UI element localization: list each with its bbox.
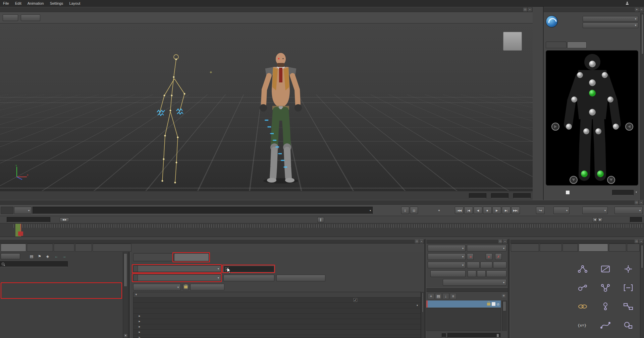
property-group-row[interactable]: ►: [133, 314, 421, 319]
viewport-3d[interactable]: + Y X: [0, 23, 533, 191]
key-type-dropdown[interactable]: [467, 245, 506, 252]
dropdown-icon[interactable]: ▾: [417, 304, 418, 307]
zero-button[interactable]: [467, 262, 480, 268]
asset-item[interactable]: [594, 320, 617, 338]
editor-button[interactable]: [190, 284, 224, 290]
forward-icon[interactable]: [61, 253, 68, 259]
range-left-icon[interactable]: [592, 217, 597, 222]
timeline-slider-thumb[interactable]: [317, 217, 324, 222]
panel-close-icon[interactable]: ×: [503, 240, 507, 243]
add-layer-icon[interactable]: [428, 293, 434, 299]
ik-button[interactable]: [477, 270, 486, 277]
clip-name-field[interactable]: ▾: [33, 207, 373, 214]
asset-item[interactable]: [594, 263, 617, 282]
tab-pose-controls[interactable]: [511, 244, 539, 252]
story-mode-button[interactable]: [1, 207, 13, 214]
menu-item[interactable]: Animation: [24, 0, 47, 7]
range-right-icon[interactable]: [598, 217, 603, 222]
tab-sets[interactable]: [627, 244, 640, 252]
tab-definition[interactable]: [546, 42, 567, 48]
play-button[interactable]: [492, 207, 501, 214]
scroll-down-icon[interactable]: ▼: [123, 333, 128, 338]
resources-scrollbar[interactable]: [640, 244, 644, 338]
property-group-row[interactable]: ►: [133, 330, 421, 335]
stop-button[interactable]: [483, 207, 492, 214]
layer-mute-icon[interactable]: [497, 302, 499, 306]
asset-item[interactable]: [571, 263, 594, 282]
asset-item[interactable]: [617, 301, 640, 320]
active-source-checkbox[interactable]: [354, 298, 357, 302]
loop-mode-icon[interactable]: [536, 207, 545, 214]
panel-close-icon[interactable]: ×: [639, 201, 643, 204]
ik-chevron-icon[interactable]: ▾: [636, 191, 637, 194]
tab-story[interactable]: [75, 244, 92, 252]
property-row[interactable]: [133, 297, 421, 303]
expand-icon[interactable]: ►: [138, 325, 142, 328]
y-value-field[interactable]: [491, 193, 508, 198]
panel-splitter[interactable]: [508, 239, 510, 338]
tab-filters[interactable]: [562, 244, 578, 252]
character-dropdown[interactable]: [583, 16, 638, 22]
ik-blend-value-field[interactable]: [612, 190, 634, 195]
layer-lock-icon[interactable]: [487, 303, 490, 306]
playback-speed-dropdown[interactable]: [553, 207, 570, 214]
source-dropdown[interactable]: [583, 22, 638, 28]
character-panel-scrollbar[interactable]: [640, 13, 644, 200]
navigator-tree-scrollbar[interactable]: ▼: [123, 252, 128, 338]
layers-close-icon[interactable]: ⊠: [502, 294, 505, 297]
expand-icon[interactable]: ►: [138, 320, 142, 323]
flat-button[interactable]: [480, 262, 492, 268]
character-body-map[interactable]: [546, 50, 638, 186]
lock-icon[interactable]: [44, 253, 51, 259]
asset-item-selected[interactable]: [594, 301, 617, 320]
disc-button[interactable]: [493, 262, 506, 268]
prev-key-icon[interactable]: [467, 253, 474, 260]
property-header-row[interactable]: ▼: [133, 292, 421, 297]
menu-item[interactable]: Layout: [66, 0, 83, 7]
goto-end-button[interactable]: [511, 207, 520, 214]
fps-dropdown[interactable]: [582, 207, 608, 214]
collapse-icon[interactable]: ▼: [135, 293, 138, 296]
property-group-row[interactable]: ►: [133, 324, 421, 330]
panel-close-icon[interactable]: ×: [528, 8, 532, 11]
start-frame-field[interactable]: [7, 217, 50, 222]
display-single-icon[interactable]: [401, 207, 409, 214]
sync-all-button[interactable]: [486, 270, 506, 277]
asset-item[interactable]: [594, 282, 617, 301]
tab-groups[interactable]: [609, 244, 626, 252]
property-filter-dropdown[interactable]: [133, 284, 181, 290]
record-icon[interactable]: [438, 208, 440, 212]
asset-item[interactable]: [571, 282, 594, 301]
menu-item[interactable]: Edit: [12, 0, 24, 7]
next-frame-button[interactable]: [502, 207, 511, 214]
tab-properties[interactable]: [540, 244, 562, 252]
view-button[interactable]: [3, 14, 18, 21]
plot-character-button[interactable]: [223, 275, 274, 281]
snap-dropdown[interactable]: [614, 207, 643, 214]
ref-dropdown[interactable]: [443, 279, 506, 286]
expand-icon[interactable]: ►: [138, 336, 142, 338]
panel-float-icon[interactable]: ⊡: [635, 240, 638, 243]
asset-item[interactable]: [617, 282, 640, 301]
weight-mini-box[interactable]: [442, 333, 446, 337]
skeleton-rig[interactable]: [151, 49, 198, 189]
layer-list-icon[interactable]: [435, 293, 442, 299]
asset-item[interactable]: [617, 263, 640, 282]
view-cube[interactable]: [503, 32, 522, 51]
next-key-icon[interactable]: [486, 253, 492, 260]
prev-frame-button[interactable]: [474, 207, 482, 214]
move-keys-button[interactable]: [430, 270, 466, 277]
reset-all-properties-button[interactable]: [276, 275, 325, 281]
expand-icon[interactable]: ►: [138, 331, 142, 334]
timeline-ruler[interactable]: [0, 223, 644, 237]
property-group-row[interactable]: ►: [133, 335, 421, 338]
fk-button[interactable]: [468, 270, 476, 277]
layer-filter-icon[interactable]: [450, 293, 457, 299]
asset-item[interactable]: {x=}: [571, 320, 594, 338]
expand-icon[interactable]: ►: [138, 315, 142, 318]
end-frame-field[interactable]: [630, 217, 642, 222]
panel-close-icon[interactable]: ×: [639, 240, 643, 243]
menu-item[interactable]: Settings: [47, 0, 66, 7]
tab-asset-browser[interactable]: [579, 244, 608, 252]
playhead-flag[interactable]: [18, 231, 23, 236]
